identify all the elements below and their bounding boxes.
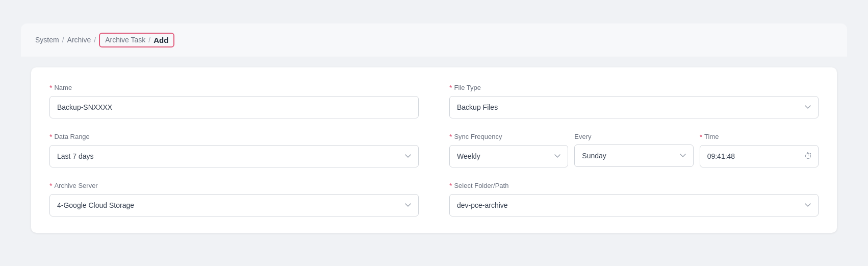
breadcrumb-archive: Archive [67, 36, 91, 44]
file-type-label: * File Type [449, 84, 819, 92]
time-sub: * Time ⏱ [700, 133, 819, 167]
time-required-star: * [700, 133, 702, 141]
data-range-label: * Data Range [49, 133, 419, 141]
archive-server-label: * Archive Server [49, 182, 419, 190]
name-label-text: Name [54, 84, 72, 91]
name-label: * Name [49, 84, 419, 92]
sync-row: * Sync Frequency Weekly Every Su [449, 133, 819, 167]
data-range-required-star: * [49, 133, 52, 141]
sync-freq-required-star: * [449, 133, 452, 141]
breadcrumb-sep3: / [148, 36, 150, 44]
file-type-label-text: File Type [454, 84, 481, 91]
file-type-group: * File Type Backup Files [449, 84, 819, 118]
name-group: * Name [49, 84, 419, 118]
breadcrumb-highlighted-box: Archive Task / Add [99, 33, 174, 47]
file-type-select[interactable]: Backup Files [449, 96, 819, 118]
folder-path-select[interactable]: dev-pce-archive [449, 194, 819, 216]
folder-path-label-text: Select Folder/Path [454, 182, 508, 189]
breadcrumb-archive-task: Archive Task [105, 36, 145, 44]
data-range-label-text: Data Range [54, 133, 89, 140]
every-label: Every [574, 133, 693, 140]
form-card: * Name * File Type Backup Files * [31, 67, 837, 233]
page-container: System / Archive / Archive Task / Add * … [21, 23, 847, 243]
breadcrumb-sep2: / [94, 36, 96, 44]
sync-frequency-select[interactable]: Weekly [449, 145, 568, 167]
name-required-star: * [49, 84, 52, 92]
breadcrumb-bar: System / Archive / Archive Task / Add [21, 23, 847, 57]
archive-server-group: * Archive Server 4-Google Cloud Storage [49, 182, 419, 216]
archive-server-required-star: * [49, 182, 52, 190]
sync-frequency-label: * Sync Frequency [449, 133, 568, 141]
time-input-wrapper: ⏱ [700, 145, 819, 167]
sync-frequency-label-text: Sync Frequency [454, 133, 502, 140]
data-range-group: * Data Range Last 7 days [49, 133, 419, 167]
archive-server-select[interactable]: 4-Google Cloud Storage [49, 194, 419, 216]
every-label-text: Every [574, 133, 591, 140]
breadcrumb-add: Add [154, 36, 168, 44]
folder-path-group: * Select Folder/Path dev-pce-archive [449, 182, 819, 216]
sync-frequency-group: * Sync Frequency Weekly Every Su [449, 133, 819, 167]
name-input[interactable] [49, 96, 419, 118]
data-range-select[interactable]: Last 7 days [49, 145, 419, 167]
time-label-text: Time [704, 133, 719, 140]
folder-path-label: * Select Folder/Path [449, 182, 819, 190]
time-label: * Time [700, 133, 819, 141]
breadcrumb-sep1: / [62, 36, 64, 44]
form-grid: * Name * File Type Backup Files * [49, 84, 819, 216]
sync-frequency-sub: * Sync Frequency Weekly [449, 133, 568, 167]
folder-path-required-star: * [449, 182, 452, 190]
archive-server-label-text: Archive Server [54, 182, 97, 189]
every-sub: Every Sunday [574, 133, 693, 167]
every-select[interactable]: Sunday [574, 144, 693, 167]
time-input[interactable] [700, 145, 819, 167]
file-type-required-star: * [449, 84, 452, 92]
breadcrumb-system: System [35, 36, 59, 44]
